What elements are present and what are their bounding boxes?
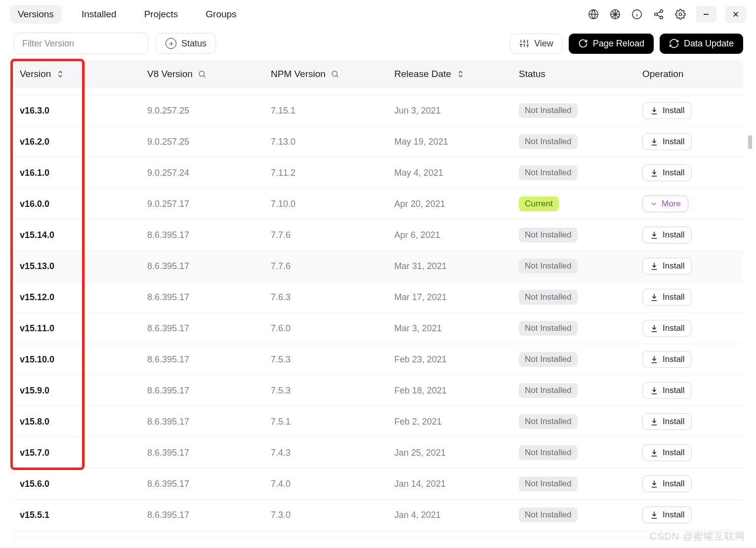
nav-tab-installed[interactable]: Installed (74, 5, 125, 24)
status-badge: Not Installed (519, 476, 578, 491)
install-button[interactable]: Install (642, 382, 692, 399)
table-row: v15.10.08.6.395.177.5.3Feb 23, 2021Not I… (13, 344, 743, 375)
status-badge: Not Installed (519, 321, 578, 336)
filter-version-input[interactable] (14, 33, 148, 54)
install-label: Install (663, 448, 684, 458)
install-button[interactable]: Install (642, 444, 692, 461)
download-icon (650, 262, 659, 271)
install-button[interactable]: Install (642, 227, 692, 243)
install-button[interactable]: Install (642, 320, 692, 337)
install-button[interactable]: Install (642, 164, 692, 181)
cell-version: v15.5.1 (13, 510, 140, 520)
nav-tab-versions[interactable]: Versions (10, 5, 62, 24)
update-label: Data Update (684, 39, 734, 49)
col-header-npm[interactable]: NPM Version (264, 69, 387, 79)
scrollbar-thumb[interactable] (748, 135, 752, 149)
table-row: v15.12.08.6.395.177.6.3Mar 17, 2021Not I… (13, 282, 743, 313)
install-button[interactable]: Install (642, 258, 692, 274)
cell-v8: 8.6.395.17 (140, 386, 264, 396)
download-icon (650, 386, 659, 395)
svg-point-8 (332, 71, 337, 77)
download-icon (650, 168, 659, 177)
page-reload-button[interactable]: Page Reload (569, 34, 654, 54)
cell-version: v15.8.0 (13, 417, 140, 427)
nav-tab-projects[interactable]: Projects (136, 5, 186, 24)
cell-operation: Install (635, 258, 743, 274)
cell-npm: 7.7.6 (264, 230, 387, 240)
status-filter-button[interactable]: ＋ Status (156, 33, 216, 54)
status-badge: Not Installed (519, 103, 578, 118)
cell-npm: 7.7.6 (264, 261, 387, 272)
cell-version: v16.2.0 (13, 137, 140, 147)
install-label: Install (663, 323, 684, 333)
table-row: v15.6.08.6.395.177.4.0Jan 14, 2021Not In… (13, 469, 743, 500)
cell-date: Apr 20, 2021 (387, 199, 512, 209)
status-badge: Not Installed (519, 290, 578, 305)
cell-status: Not Installed (512, 321, 635, 336)
data-update-button[interactable]: Data Update (660, 34, 743, 54)
install-label: Install (663, 417, 684, 427)
cell-v8: 9.0.257.24 (140, 168, 264, 178)
install-button[interactable]: Install (642, 351, 692, 368)
cell-version: v15.9.0 (13, 386, 140, 396)
download-icon (650, 106, 659, 115)
table-row: v15.9.08.6.395.177.5.3Feb 18, 2021Not In… (13, 375, 743, 406)
download-icon (650, 231, 659, 239)
svg-point-5 (660, 16, 663, 19)
col-header-date[interactable]: Release Date (387, 69, 512, 79)
download-icon (650, 137, 659, 146)
cell-date: Jan 14, 2021 (387, 479, 512, 489)
install-button[interactable]: Install (642, 102, 692, 119)
chevron-down-icon (650, 200, 658, 208)
install-label: Install (663, 261, 684, 271)
install-button[interactable]: Install (642, 507, 692, 523)
install-button[interactable]: Install (642, 413, 692, 430)
col-header-label: NPM Version (271, 69, 326, 79)
col-header-label: Status (519, 69, 546, 79)
table-row: v16.2.09.0.257.257.13.0May 19, 2021Not I… (13, 126, 743, 157)
wheel-icon[interactable] (609, 8, 622, 21)
install-button[interactable]: Install (642, 133, 692, 150)
globe-icon[interactable] (587, 8, 600, 21)
cell-operation: Install (635, 351, 743, 368)
svg-point-4 (655, 13, 658, 16)
table-row: v16.0.09.0.257.177.10.0Apr 20, 2021Curre… (13, 189, 743, 220)
cell-status: Not Installed (512, 259, 635, 274)
gear-icon[interactable] (674, 8, 687, 21)
cell-status: Not Installed (512, 134, 635, 149)
col-header-version[interactable]: Version (13, 69, 140, 79)
cell-date: May 19, 2021 (387, 137, 512, 147)
cell-status: Not Installed (512, 508, 635, 522)
install-button[interactable]: Install (642, 289, 692, 306)
download-icon (650, 510, 659, 519)
install-button[interactable]: Install (642, 475, 692, 492)
cell-version: v15.11.0 (13, 323, 140, 334)
status-badge: Not Installed (519, 259, 578, 274)
cell-operation: More (635, 196, 743, 212)
close-button[interactable] (725, 6, 746, 23)
cell-version: v15.6.0 (13, 479, 140, 489)
cell-date: Apr 6, 2021 (387, 230, 512, 240)
table-body: v16.4.09.1.269.367.18.1Jun 23, 2021Not I… (13, 88, 743, 538)
minimize-button[interactable] (696, 6, 716, 23)
more-button[interactable]: More (642, 196, 688, 212)
col-header-label: V8 Version (147, 69, 193, 79)
share-icon[interactable] (652, 8, 665, 21)
cell-date: Jun 3, 2021 (387, 106, 512, 116)
install-label: Install (663, 106, 684, 116)
install-button[interactable]: Install (642, 538, 692, 538)
nav-tab-groups[interactable]: Groups (198, 5, 244, 24)
view-button[interactable]: View (510, 34, 563, 54)
plus-icon: ＋ (166, 38, 176, 49)
sync-icon (669, 39, 679, 48)
cell-v8: 8.6.395.17 (140, 448, 264, 458)
download-icon (650, 324, 659, 333)
search-icon (331, 70, 339, 78)
cell-status: Not Installed (512, 414, 635, 429)
cell-version: v15.13.0 (13, 261, 140, 272)
info-icon[interactable] (630, 8, 643, 21)
table-row: v15.7.08.6.395.177.4.3Jan 25, 2021Not In… (13, 437, 743, 469)
sliders-icon (519, 39, 529, 48)
col-header-v8[interactable]: V8 Version (140, 69, 264, 79)
search-icon (198, 70, 207, 78)
